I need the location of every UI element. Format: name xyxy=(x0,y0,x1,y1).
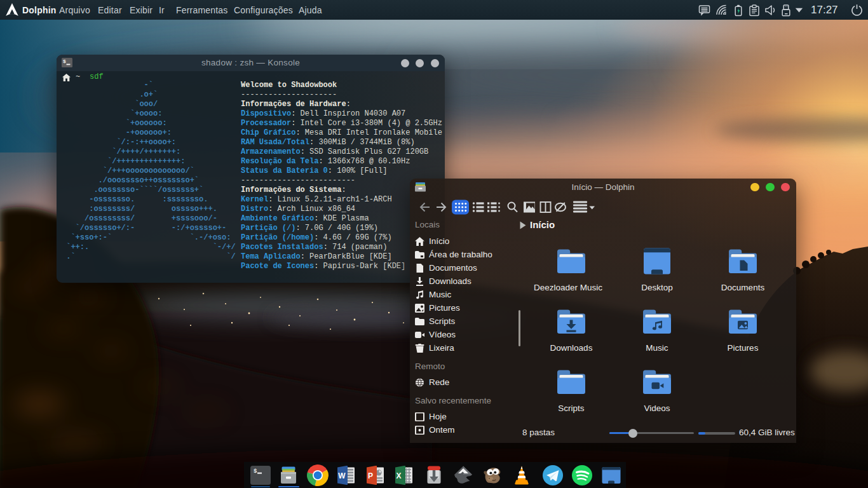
svg-text:W: W xyxy=(338,471,346,480)
svg-text:X: X xyxy=(397,471,402,480)
svg-text:$: $ xyxy=(254,468,257,475)
svg-text:P: P xyxy=(368,471,373,480)
